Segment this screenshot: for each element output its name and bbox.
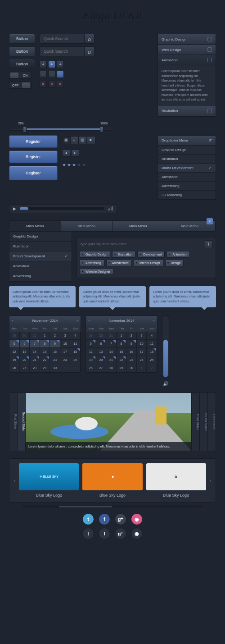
- calendar-day[interactable]: 21: [106, 356, 117, 364]
- volume-slider-vertical[interactable]: [162, 315, 169, 379]
- dropdown-item[interactable]: Brand Development✓: [158, 164, 216, 173]
- view-grid[interactable]: ▦: [63, 137, 71, 144]
- star-rating[interactable]: ★★★★★: [62, 162, 95, 167]
- tag-input[interactable]: [80, 240, 203, 248]
- minus-button-2[interactable]: −: [48, 71, 55, 78]
- search-input-1[interactable]: [40, 34, 85, 44]
- carousel-prev[interactable]: ‹: [14, 478, 15, 483]
- close-button[interactable]: ×: [40, 81, 47, 88]
- submenu-item[interactable]: Graphic Design: [9, 232, 72, 242]
- tag[interactable]: Graphic Design: [80, 251, 110, 258]
- view-list[interactable]: ≡: [71, 137, 79, 144]
- register-button-3[interactable]: Register: [9, 166, 58, 180]
- slider-tab-1[interactable]: First Slider: [9, 393, 18, 451]
- facebook-button-dark[interactable]: f: [99, 528, 110, 539]
- slider-tab-2[interactable]: Second Slider: [18, 393, 26, 451]
- submenu-item[interactable]: Brand Development✓: [9, 251, 72, 261]
- calendar-day[interactable]: 3: [137, 332, 147, 340]
- twitter-button[interactable]: t: [82, 513, 94, 525]
- calendar-day[interactable]: 4: [147, 332, 157, 340]
- search-button-2[interactable]: ⌕: [85, 46, 94, 56]
- cal-next[interactable]: ›: [76, 319, 78, 323]
- play-button[interactable]: ▶: [13, 206, 16, 211]
- tag[interactable]: Advertising: [80, 260, 104, 266]
- calendar-day[interactable]: 15: [40, 348, 50, 356]
- cal-prev[interactable]: ‹: [89, 319, 90, 323]
- calendar-day[interactable]: 29: [9, 332, 20, 340]
- calendar-day[interactable]: 4: [70, 332, 81, 340]
- facebook-button[interactable]: f: [99, 513, 110, 525]
- calendar-day[interactable]: 23: [126, 356, 137, 364]
- toggle-on[interactable]: ON: [9, 72, 32, 79]
- calendar-day[interactable]: 26: [9, 364, 20, 372]
- carousel-item[interactable]: ✈ BLUE SKY Blue Sky Logo: [19, 463, 79, 498]
- dropdown-item[interactable]: Animation: [158, 173, 216, 182]
- calendar-day[interactable]: 20: [20, 356, 30, 364]
- tag[interactable]: Design: [165, 260, 184, 266]
- register-button-1[interactable]: Register: [9, 135, 58, 148]
- button-1[interactable]: Button: [9, 34, 35, 44]
- calendar-day[interactable]: 16: [50, 348, 60, 356]
- calendar-day[interactable]: 23: [50, 356, 60, 364]
- calendar-day[interactable]: 2: [126, 332, 137, 340]
- accordion-item-illustration[interactable]: Illustration: [158, 106, 216, 116]
- calendar-day[interactable]: 1: [117, 332, 127, 340]
- tag[interactable]: Architecture: [106, 260, 132, 266]
- calendar-day[interactable]: 29: [86, 332, 96, 340]
- dropdown-item[interactable]: 3D Modeling: [158, 191, 216, 199]
- calendar-day[interactable]: 6: [20, 340, 30, 348]
- dropdown-toggle[interactable]: Dropdown Menu⇵: [158, 135, 216, 146]
- main-menu-item-3[interactable]: Main Menu: [112, 221, 164, 231]
- calendar-day[interactable]: 31: [106, 332, 117, 340]
- calendar-day[interactable]: 8: [40, 340, 50, 348]
- button-3[interactable]: Button: [9, 59, 35, 69]
- calendar-day[interactable]: 9: [50, 340, 60, 348]
- calendar-day[interactable]: 18: [70, 348, 81, 356]
- carousel-scrollbar[interactable]: [22, 505, 202, 508]
- calendar-day[interactable]: 25: [147, 356, 157, 364]
- submenu-item[interactable]: Animation: [9, 261, 72, 271]
- calendar-day[interactable]: 24: [137, 356, 147, 364]
- calendar-day[interactable]: 2: [70, 364, 81, 372]
- calendar-day[interactable]: 22: [40, 356, 50, 364]
- calendar-day[interactable]: 28: [30, 364, 40, 372]
- search-button-1[interactable]: ⌕: [85, 34, 94, 44]
- search-input-2[interactable]: [40, 46, 85, 56]
- submenu-item[interactable]: Illustration: [9, 242, 72, 251]
- dropdown-item[interactable]: Graphic Design: [158, 146, 216, 155]
- tag[interactable]: Development: [137, 251, 165, 258]
- register-button-2[interactable]: Register: [9, 151, 58, 163]
- minus-button[interactable]: −: [40, 71, 47, 78]
- calendar-day[interactable]: 10: [137, 340, 147, 348]
- dribbble-button[interactable]: ◉: [131, 513, 143, 525]
- carousel-next[interactable]: ›: [210, 478, 211, 483]
- calendar-day[interactable]: 21: [30, 356, 40, 364]
- plus-button-active[interactable]: +: [48, 61, 55, 68]
- accordion-item-web[interactable]: Web Design: [158, 45, 216, 55]
- cal-next[interactable]: ›: [153, 319, 154, 323]
- plus-button-2[interactable]: +: [57, 61, 64, 68]
- cal-prev[interactable]: ‹: [12, 319, 14, 323]
- calendar-day[interactable]: 19: [86, 356, 96, 364]
- calendar-day[interactable]: 2: [50, 332, 60, 340]
- googleplus-button[interactable]: g⁺: [115, 513, 126, 525]
- next-arrow[interactable]: ►: [71, 150, 79, 157]
- calendar-day[interactable]: 22: [117, 356, 127, 364]
- calendar-day[interactable]: 17: [60, 348, 71, 356]
- toggle-off[interactable]: OFF: [9, 82, 32, 89]
- view-single[interactable]: ■: [87, 137, 95, 144]
- carousel-item[interactable]: ◆ Blue Sky Logo: [82, 463, 142, 498]
- calendar-day[interactable]: 31: [30, 332, 40, 340]
- calendar-day[interactable]: 5: [86, 340, 96, 348]
- calendar-day[interactable]: 2: [147, 364, 157, 372]
- dribbble-button-dark[interactable]: ◉: [131, 528, 143, 539]
- calendar-day[interactable]: 7: [30, 340, 40, 348]
- minus-button-active[interactable]: −: [57, 71, 64, 78]
- tag[interactable]: Interior Design: [134, 260, 163, 266]
- accordion-item-animation[interactable]: Animation: [158, 55, 216, 65]
- googleplus-button-dark[interactable]: g⁺: [115, 528, 126, 539]
- twitter-button-dark[interactable]: t: [82, 528, 94, 539]
- calendar-day[interactable]: 29: [117, 364, 127, 372]
- tag-add-button[interactable]: +: [205, 240, 213, 248]
- calendar-day[interactable]: 1: [40, 332, 50, 340]
